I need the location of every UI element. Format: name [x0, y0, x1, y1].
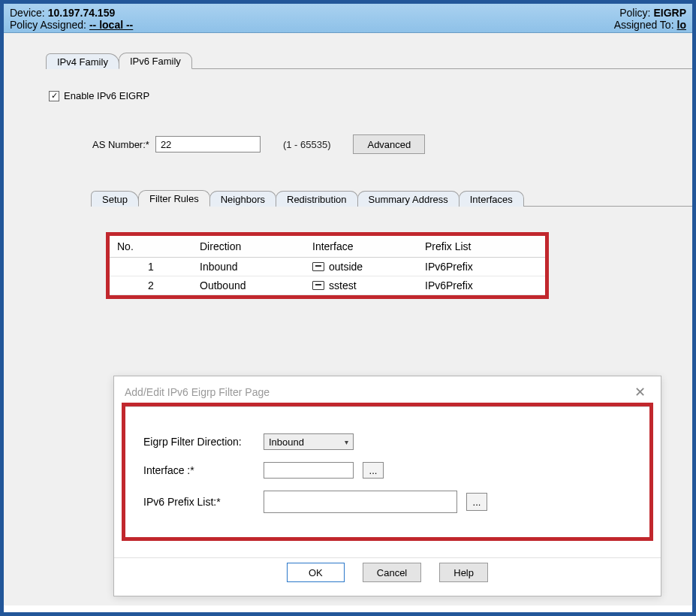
tab-filter-rules[interactable]: Filter Rules — [138, 190, 210, 207]
filter-rules-table-highlight: No. Direction Interface Prefix List 1 In… — [106, 232, 549, 299]
device-value: 10.197.74.159 — [48, 7, 116, 19]
as-number-row: AS Number:* (1 - 65535) Advanced — [92, 134, 692, 154]
tab-summary-address[interactable]: Summary Address — [357, 191, 459, 207]
tab-redistribution[interactable]: Redistribution — [276, 191, 358, 207]
device-label: Device: — [10, 7, 45, 19]
app-window: Device: 10.197.74.159 Policy Assigned: -… — [0, 0, 696, 616]
table-row[interactable]: 1 Inbound outside IPv6Prefix — [110, 258, 545, 276]
cell-interface-name: outside — [329, 261, 363, 273]
cell-no: 1 — [110, 258, 192, 276]
dialog-buttons: OK Cancel Help — [114, 557, 661, 596]
tab-setup[interactable]: Setup — [91, 191, 139, 207]
as-range-hint: (1 - 65535) — [283, 139, 331, 150]
dialog-titlebar: Add/Edit IPv6 Eigrp Filter Page ✕ — [114, 376, 661, 406]
filter-rules-table: No. Direction Interface Prefix List 1 In… — [110, 236, 545, 295]
as-number-label: AS Number:* — [92, 139, 149, 150]
interface-browse-button[interactable]: ... — [363, 462, 384, 479]
dialog-body: Eigrp Filter Direction: Inbound ▾ Interf… — [114, 412, 661, 557]
cell-prefix: IPv6Prefix — [417, 276, 545, 295]
direction-select[interactable]: Inbound ▾ — [264, 433, 354, 450]
direction-label: Eigrp Filter Direction: — [143, 436, 264, 448]
enable-ipv6-eigrp-checkbox[interactable]: ✓ — [49, 91, 59, 101]
cell-prefix: IPv6Prefix — [417, 258, 545, 276]
cell-interface: sstest — [305, 276, 417, 295]
header-left: Device: 10.197.74.159 Policy Assigned: -… — [10, 7, 133, 31]
prefix-browse-button[interactable]: ... — [466, 493, 487, 511]
form-row-prefix: IPv6 Prefix List:* ... — [143, 491, 631, 513]
assigned-to-link[interactable]: lo — [677, 19, 686, 31]
interface-input[interactable] — [264, 462, 354, 479]
ok-button[interactable]: OK — [287, 563, 345, 582]
cancel-button[interactable]: Cancel — [363, 563, 421, 582]
interface-label: Interface :* — [143, 464, 264, 476]
policy-assigned-link[interactable]: -- local -- — [89, 19, 133, 31]
col-interface[interactable]: Interface — [305, 236, 417, 258]
form-row-interface: Interface :* ... — [143, 462, 631, 479]
cell-direction: Inbound — [192, 258, 305, 276]
prefix-input[interactable] — [264, 491, 457, 513]
policy-label: Policy: — [619, 7, 650, 19]
policy-value: EIGRP — [653, 7, 686, 19]
close-icon[interactable]: ✕ — [630, 384, 650, 400]
cell-no: 2 — [110, 276, 192, 295]
family-tabs: IPv4 Family IPv6 Family — [46, 53, 692, 69]
inner-tabs: Setup Filter Rules Neighbors Redistribut… — [91, 190, 692, 207]
as-number-input[interactable] — [155, 136, 261, 152]
cell-interface-name: sstest — [329, 279, 357, 291]
add-edit-filter-dialog: Add/Edit IPv6 Eigrp Filter Page ✕ Eigrp … — [113, 376, 661, 596]
main-panel: IPv4 Family IPv6 Family ✓ Enable IPv6 EI… — [4, 33, 692, 605]
header-bar: Device: 10.197.74.159 Policy Assigned: -… — [4, 4, 692, 33]
dialog-title-text: Add/Edit IPv6 Eigrp Filter Page — [125, 386, 270, 398]
direction-select-value: Inbound — [269, 436, 304, 448]
advanced-button[interactable]: Advanced — [353, 134, 425, 154]
enable-ipv6-eigrp-label: Enable IPv6 EIGRP — [64, 90, 149, 101]
tab-neighbors[interactable]: Neighbors — [209, 191, 276, 207]
tab-interfaces[interactable]: Interfaces — [459, 191, 524, 207]
assigned-to-label: Assigned To: — [614, 19, 674, 31]
tab-ipv4-family[interactable]: IPv4 Family — [46, 53, 119, 69]
dialog-form-highlight: Eigrp Filter Direction: Inbound ▾ Interf… — [122, 403, 653, 541]
prefix-label: IPv6 Prefix List:* — [143, 496, 264, 508]
interface-icon — [312, 281, 324, 290]
form-row-direction: Eigrp Filter Direction: Inbound ▾ — [143, 433, 631, 450]
col-no[interactable]: No. — [110, 236, 192, 258]
col-direction[interactable]: Direction — [192, 236, 305, 258]
chevron-down-icon: ▾ — [345, 438, 348, 446]
col-prefix[interactable]: Prefix List — [417, 236, 545, 258]
interface-icon — [312, 262, 324, 271]
table-row[interactable]: 2 Outbound sstest IPv6Prefix — [110, 276, 545, 295]
help-button[interactable]: Help — [439, 563, 488, 582]
cell-interface: outside — [305, 258, 417, 276]
cell-direction: Outbound — [192, 276, 305, 295]
tab-ipv6-family[interactable]: IPv6 Family — [119, 53, 192, 69]
enable-row: ✓ Enable IPv6 EIGRP — [49, 90, 692, 101]
policy-assigned-label: Policy Assigned: — [10, 19, 86, 31]
